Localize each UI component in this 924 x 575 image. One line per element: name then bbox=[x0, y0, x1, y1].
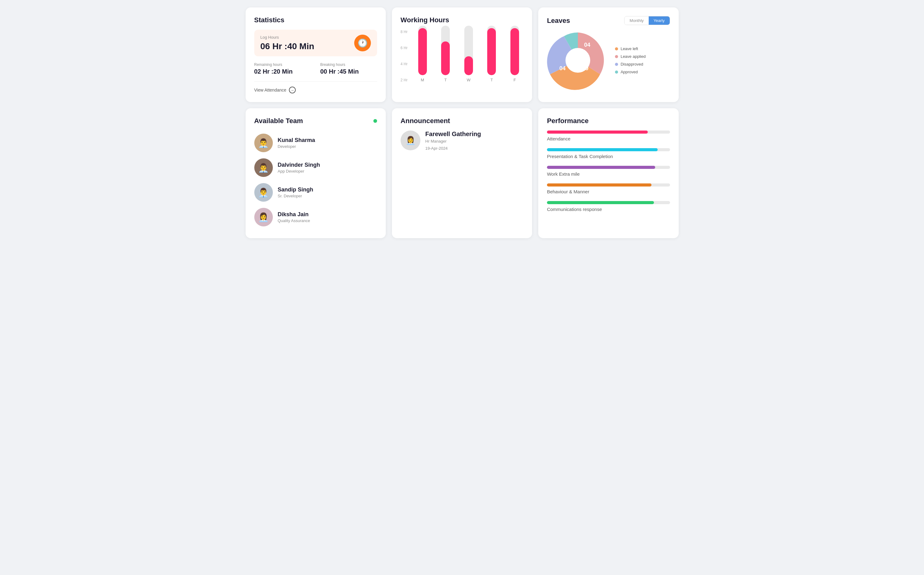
performance-items: AttendancePresentation & Task Completion… bbox=[547, 130, 670, 212]
statistics-title: Statistics bbox=[254, 16, 377, 24]
remaining-value: 02 Hr :20 Min bbox=[254, 68, 311, 75]
yearly-toggle[interactable]: Yearly bbox=[649, 16, 670, 25]
performance-card: Performance AttendancePresentation & Tas… bbox=[538, 108, 678, 238]
perf-label-3: Behaviour & Manner bbox=[547, 189, 670, 194]
legend-label: Disapproved bbox=[621, 62, 643, 67]
leaves-content: 10 04 04 09 Leave leftLeave appliedDisap… bbox=[547, 29, 670, 91]
log-hours-box: Log Hours 06 Hr :40 Min 🕐 bbox=[254, 30, 377, 56]
announcement-event-title: Farewell Gathering bbox=[425, 130, 481, 138]
disapproved-value: 04 bbox=[559, 65, 565, 72]
y-label-6: 6 Hr bbox=[401, 46, 408, 50]
legend-item-leave-applied: Leave applied bbox=[615, 54, 646, 59]
legend-label: Leave left bbox=[621, 46, 638, 51]
working-hours-card: Working Hours 8 Hr 6 Hr 4 Hr 2 Hr MTWTF bbox=[392, 8, 532, 102]
bar-fill-1 bbox=[441, 41, 450, 75]
team-member-2: 👨‍💼Sandip SinghSr. Developer bbox=[254, 180, 377, 205]
team-member-3: 👩‍💼Diksha JainQuality Assurance bbox=[254, 205, 377, 229]
y-label-8: 8 Hr bbox=[401, 30, 408, 34]
view-attendance-text: View Attendance bbox=[254, 87, 286, 92]
y-axis: 8 Hr 6 Hr 4 Hr 2 Hr bbox=[401, 30, 408, 82]
team-member-0: 👨‍💼Kunal SharmaDeveloper bbox=[254, 130, 377, 155]
member-name-1: Dalvinder Singh bbox=[278, 162, 320, 168]
bar-group-M0: M bbox=[414, 26, 432, 82]
perf-bar-bg-1 bbox=[547, 148, 670, 151]
perf-item-2: Work Extra mile bbox=[547, 166, 670, 176]
bar-wrapper-4 bbox=[510, 26, 519, 75]
y-label-2: 2 Hr bbox=[401, 78, 408, 82]
log-hours-label: Log Hours bbox=[260, 35, 314, 40]
y-label-4: 4 Hr bbox=[401, 62, 408, 66]
perf-item-3: Behaviour & Manner bbox=[547, 183, 670, 194]
view-attendance-link[interactable]: View Attendance → bbox=[254, 81, 377, 94]
bar-wrapper-2 bbox=[464, 26, 473, 75]
performance-title: Performance bbox=[547, 117, 670, 125]
member-avatar-3: 👩‍💼 bbox=[254, 208, 273, 226]
member-avatar-0: 👨‍💼 bbox=[254, 133, 273, 152]
perf-bar-fill-4 bbox=[547, 201, 654, 204]
member-info-0: Kunal SharmaDeveloper bbox=[278, 137, 315, 149]
perf-label-1: Presentation & Task Completion bbox=[547, 154, 670, 159]
member-role-2: Sr. Developer bbox=[278, 194, 313, 198]
announcement-avatar: 👩‍💼 bbox=[401, 130, 421, 150]
member-avatar-2: 👨‍💼 bbox=[254, 183, 273, 202]
perf-item-0: Attendance bbox=[547, 130, 670, 141]
member-avatar-1: 👨‍💼 bbox=[254, 158, 273, 177]
bar-day-label-4: F bbox=[513, 78, 516, 82]
perf-bar-bg-0 bbox=[547, 130, 670, 133]
announcement-title: Announcement bbox=[401, 117, 523, 125]
perf-bar-bg-2 bbox=[547, 166, 670, 169]
remaining-label: Remaining hours bbox=[254, 62, 311, 67]
team-title: Available Team bbox=[254, 117, 303, 125]
legend-dot bbox=[615, 63, 618, 66]
perf-label-0: Attendance bbox=[547, 136, 670, 141]
legend-label: Approved bbox=[621, 70, 638, 74]
leaves-legend: Leave leftLeave appliedDisapprovedApprov… bbox=[615, 46, 646, 74]
breaking-label: Breaking hours bbox=[320, 62, 377, 67]
breaking-value: 00 Hr :45 Min bbox=[320, 68, 377, 75]
perf-label-2: Work Extra mile bbox=[547, 172, 670, 176]
bar-day-label-0: M bbox=[421, 78, 424, 82]
leaves-card: Leaves Monthly Yearly bbox=[538, 8, 678, 102]
clock-icon: 🕐 bbox=[354, 35, 371, 51]
team-member-1: 👨‍💼Dalvinder SinghApp Developer bbox=[254, 155, 377, 180]
bar-fill-2 bbox=[464, 56, 473, 75]
perf-bar-fill-3 bbox=[547, 183, 651, 186]
announcement-card: Announcement 👩‍💼 Farewell Gathering Hr M… bbox=[392, 108, 532, 238]
view-attendance-circle-icon: → bbox=[289, 87, 296, 94]
legend-item-disapproved: Disapproved bbox=[615, 62, 646, 67]
member-name-0: Kunal Sharma bbox=[278, 137, 315, 143]
bar-day-label-1: T bbox=[444, 78, 447, 82]
dashboard: Statistics Log Hours 06 Hr :40 Min 🕐 Rem… bbox=[246, 8, 679, 238]
online-indicator bbox=[373, 119, 377, 123]
legend-dot bbox=[615, 70, 618, 74]
leaves-header: Leaves Monthly Yearly bbox=[547, 16, 670, 25]
perf-item-4: Communications response bbox=[547, 201, 670, 212]
bar-wrapper-0 bbox=[418, 26, 427, 75]
statistics-card: Statistics Log Hours 06 Hr :40 Min 🕐 Rem… bbox=[246, 8, 386, 102]
bar-fill-3 bbox=[487, 28, 496, 75]
team-members-list: 👨‍💼Kunal SharmaDeveloper👨‍💼Dalvinder Sin… bbox=[254, 130, 377, 229]
member-name-3: Diksha Jain bbox=[278, 211, 310, 218]
legend-item-leave-left: Leave left bbox=[615, 46, 646, 51]
perf-bar-fill-2 bbox=[547, 166, 655, 169]
member-info-3: Diksha JainQuality Assurance bbox=[278, 211, 310, 223]
member-info-2: Sandip SinghSr. Developer bbox=[278, 186, 313, 198]
leave-applied-value: 04 bbox=[584, 42, 590, 48]
available-team-card: Available Team 👨‍💼Kunal SharmaDeveloper👨… bbox=[246, 108, 386, 238]
announcement-item: 👩‍💼 Farewell Gathering Hr Manager 19-Apr… bbox=[401, 130, 523, 151]
member-role-1: App Developer bbox=[278, 169, 320, 173]
leaves-toggle[interactable]: Monthly Yearly bbox=[624, 16, 670, 25]
legend-label: Leave applied bbox=[621, 54, 646, 59]
perf-bar-fill-0 bbox=[547, 130, 648, 133]
pie-svg bbox=[547, 29, 609, 91]
approved-value: 09 bbox=[582, 65, 588, 72]
monthly-toggle[interactable]: Monthly bbox=[625, 16, 649, 25]
bar-group-T3: T bbox=[483, 26, 500, 82]
legend-item-approved: Approved bbox=[615, 70, 646, 74]
perf-label-4: Communications response bbox=[547, 206, 670, 212]
bar-group-W2: W bbox=[460, 26, 478, 82]
bar-fill-0 bbox=[418, 28, 427, 75]
remaining-hours-box: Remaining hours 02 Hr :20 Min bbox=[254, 62, 311, 75]
member-role-3: Quality Assurance bbox=[278, 218, 310, 223]
breaking-hours-box: Breaking hours 00 Hr :45 Min bbox=[320, 62, 377, 75]
